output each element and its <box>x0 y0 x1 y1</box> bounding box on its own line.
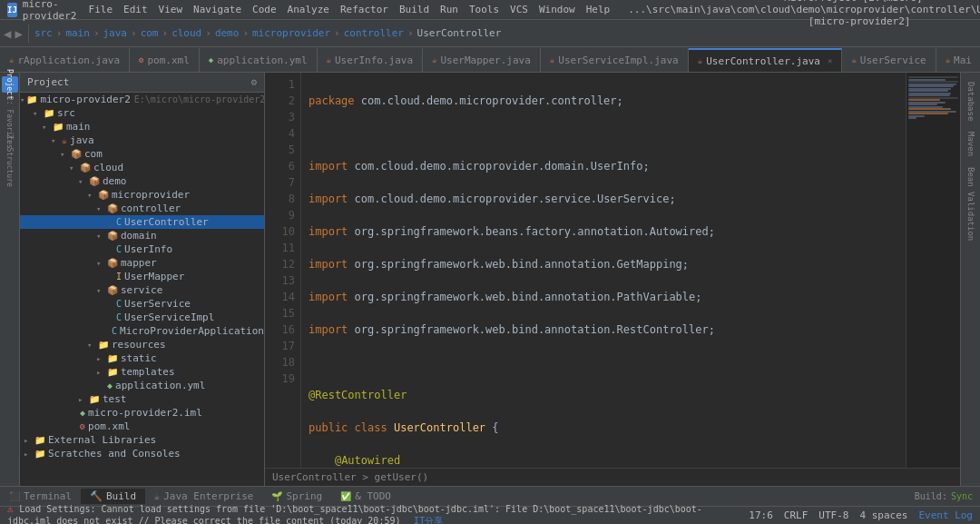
tree-label: pom.xml <box>88 420 130 432</box>
tree-item-scratches[interactable]: ▸ 📁 Scratches and Consoles <box>20 447 264 460</box>
tree-label: UserInfo <box>124 243 172 255</box>
editor-breadcrumb: UserController > getUser() <box>265 468 960 486</box>
left-sidebar-icons: Project 2: Favorites Z: Structure <box>0 73 20 486</box>
menu-file[interactable]: File <box>89 4 113 15</box>
menu-view[interactable]: View <box>159 4 183 15</box>
maven-tab[interactable]: Maven <box>965 126 977 162</box>
breadcrumb-java[interactable]: java <box>103 27 128 39</box>
tree-item-usermapper[interactable]: ▾ I UserMapper <box>20 270 264 283</box>
event-log[interactable]: Event Log <box>918 509 973 521</box>
tree-item-microprovapp[interactable]: ▾ C MicroProviderApplication <box>20 324 264 338</box>
editor-breadcrumb-text: UserController > getUser() <box>272 471 428 483</box>
favorites-tab[interactable]: 2: Favorites <box>2 114 18 131</box>
tree-item-domain[interactable]: ▾ 📦 domain <box>20 229 264 242</box>
status-message: ⚠ Load Settings: Cannot load settings fr… <box>7 503 741 524</box>
menu-window[interactable]: Window <box>539 4 575 15</box>
project-panel: Project ⚙ ▾ 📁 micro-provider2 E:\micro\m… <box>20 73 265 486</box>
indent[interactable]: 4 spaces <box>859 509 907 521</box>
menu-navigate[interactable]: Navigate <box>193 4 241 15</box>
code-line-5: import org.springframework.beans.factory… <box>309 223 898 240</box>
line-col[interactable]: 17:6 <box>749 509 773 521</box>
structure-tab[interactable]: Z: Structure <box>2 153 18 169</box>
menu-build[interactable]: Build <box>399 4 429 15</box>
breadcrumb-demo[interactable]: demo <box>215 27 240 39</box>
breadcrumb-main[interactable]: main <box>65 27 90 39</box>
bottom-tab-java-enterprise[interactable]: ☕ Java Enterprise <box>145 489 262 504</box>
tree-item-com[interactable]: ▾ 📦 com <box>20 147 264 161</box>
line-ending[interactable]: CRLF <box>784 509 808 521</box>
tree-label: test <box>103 393 127 405</box>
minimap <box>906 73 960 468</box>
tree-item-module[interactable]: ▾ 📁 micro-provider2 E:\micro\micro-provi… <box>20 93 264 106</box>
window-title: MicroProject [E:\micro] - ...\src\main\j… <box>628 0 980 27</box>
gear-icon[interactable]: ⚙ <box>250 76 257 88</box>
menu-analyze[interactable]: Analyze <box>288 4 329 15</box>
menu-refactor[interactable]: Refactor <box>340 4 388 15</box>
tree-item-userservice[interactable]: ▾ C UserService <box>20 297 264 311</box>
tab-userinfo[interactable]: ☕ UserInfo.java <box>318 48 424 72</box>
tree-label: demo <box>103 175 127 187</box>
tree-item-src[interactable]: ▾ 📁 src <box>20 106 264 120</box>
build-sync: Build: Sync <box>907 489 980 503</box>
breadcrumb-cloud[interactable]: cloud <box>172 27 201 39</box>
code-container[interactable]: 1 2 3 4 5 6 7 8 9 10 11 12 13 14 15 16 1… <box>265 73 960 468</box>
breadcrumb-microprovider[interactable]: microprovider <box>252 27 330 39</box>
menu-run[interactable]: Run <box>440 4 458 15</box>
bottom-tab-spring[interactable]: 🌱 Spring <box>262 489 331 504</box>
project-tab[interactable]: Project <box>2 76 18 93</box>
tree-item-iml[interactable]: ▾ ◆ micro-provider2.iml <box>20 406 264 420</box>
tree-item-java-folder[interactable]: ▾ ☕ java <box>20 133 264 147</box>
tree-label: service <box>121 284 162 296</box>
tree-item-microprovider[interactable]: ▾ 📦 microprovider <box>20 188 264 202</box>
tree-label: External Libraries <box>48 434 156 446</box>
tree-label: micro-provider2 <box>40 94 130 105</box>
tab-userservice[interactable]: ☕ UserService <box>842 48 936 72</box>
menu-vcs[interactable]: VCS <box>510 4 528 15</box>
tab-appyml[interactable]: ◆ application.yml <box>200 48 318 72</box>
project-panel-title: Project <box>27 76 69 88</box>
tree-item-templates[interactable]: ▸ 📁 templates <box>20 365 264 379</box>
tree-item-userserviceimpl[interactable]: ▾ C UserServiceImpl <box>20 311 264 324</box>
tab-mai[interactable]: ☕ Mai <box>936 48 980 72</box>
tree-item-test[interactable]: ▸ 📁 test <box>20 392 264 406</box>
bean-validation-tab[interactable]: Bean Validation <box>965 162 977 246</box>
tree-item-pomxml[interactable]: ▾ ⚙ pom.xml <box>20 420 264 433</box>
tree-item-userinfo[interactable]: ▾ C UserInfo <box>20 242 264 256</box>
bottom-tab-todo[interactable]: ✅ & TODO <box>331 489 400 504</box>
breadcrumb-com[interactable]: com <box>141 27 159 39</box>
tree-item-static[interactable]: ▸ 📁 static <box>20 351 264 365</box>
code-line-2 <box>309 125 898 142</box>
breadcrumb-src[interactable]: src <box>34 27 53 39</box>
bottom-tab-terminal[interactable]: ⬛ Terminal <box>0 489 81 504</box>
tab-rapplication[interactable]: ☕ rApplication.java <box>0 48 130 72</box>
tab-usermapper[interactable]: ☕ UserMapper.java <box>423 48 541 72</box>
code-editor[interactable]: package com.cloud.demo.microprovider.con… <box>301 73 906 468</box>
menu-tools[interactable]: Tools <box>469 4 499 15</box>
charset[interactable]: UTF-8 <box>818 509 848 521</box>
breadcrumb-controller[interactable]: controller <box>344 27 404 39</box>
tree-item-service[interactable]: ▾ 📦 service <box>20 283 264 297</box>
tree-item-usercontroller[interactable]: ▾ C UserController <box>20 215 264 229</box>
tree-item-mapper[interactable]: ▾ 📦 mapper <box>20 256 264 270</box>
forward-button[interactable]: ▶ <box>15 26 22 41</box>
menu-help[interactable]: Help <box>586 4 611 15</box>
tree-item-external-libs[interactable]: ▸ 📁 External Libraries <box>20 433 264 447</box>
tree-item-appyml[interactable]: ▾ ◆ application.yml <box>20 379 264 392</box>
bottom-tab-build[interactable]: 🔨 Build <box>81 489 145 504</box>
tab-usercontroller[interactable]: ☕ UserController.java ✕ <box>689 48 843 72</box>
tree-item-cloud[interactable]: ▾ 📦 cloud <box>20 161 264 174</box>
database-tab[interactable]: Database <box>965 76 977 126</box>
tree-label: controller <box>121 203 181 214</box>
tab-userserviceimpl[interactable]: ☕ UserServiceImpl.java <box>541 48 689 72</box>
tree-item-resources[interactable]: ▾ 📁 resources <box>20 338 264 351</box>
tree-item-demo[interactable]: ▾ 📦 demo <box>20 174 264 188</box>
back-button[interactable]: ◀ <box>4 26 11 41</box>
menu-edit[interactable]: Edit <box>123 4 148 15</box>
menu-code[interactable]: Code <box>252 4 277 15</box>
tab-pomxml[interactable]: ⚙ pom.xml <box>130 48 200 72</box>
tab-close-icon[interactable]: ✕ <box>828 56 832 65</box>
tree-label: UserController <box>124 216 209 228</box>
tree-item-controller[interactable]: ▾ 📦 controller <box>20 202 264 215</box>
tree-item-main[interactable]: ▾ 📁 main <box>20 120 264 133</box>
breadcrumb-file[interactable]: UserController <box>417 27 502 39</box>
